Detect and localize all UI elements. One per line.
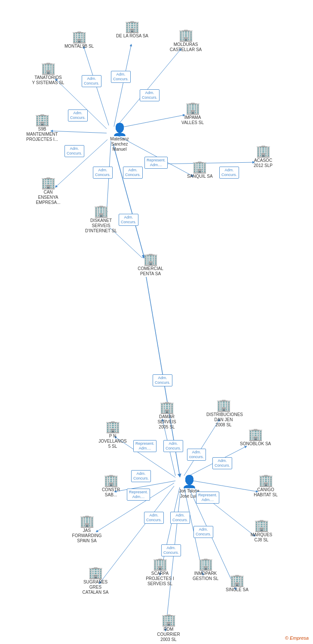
badge-adm-concurs-11[interactable]: Adm.Concurs.	[153, 374, 172, 386]
node-label: ACASOC2012 SLP	[246, 158, 280, 168]
badge-label[interactable]: Adm.Concurs.	[140, 89, 160, 101]
node-label: RDMCOURRIER2003 SL	[151, 627, 186, 642]
building-icon: 🏢	[178, 29, 193, 41]
node-label: SUGRAÑESGRESCATALAN SA	[78, 580, 113, 595]
node-diskanet: 🏢 DISKANETSERVEISD'INTERNET SL	[84, 205, 118, 234]
node-single: 🏢 SINGLE SA	[226, 574, 249, 592]
badge-represent-adm-3[interactable]: Represent.Adm....	[127, 489, 150, 501]
node-can-ensenya: 🏢 CANENSENYAEMPRESA...	[31, 177, 65, 205]
node-acasoc: 🏢 ACASOC2012 SLP	[246, 145, 280, 168]
node-label: DAMARSERVEIS2005 SL	[150, 414, 184, 430]
badge-label[interactable]: Adm.Concurs.	[193, 526, 213, 538]
building-icon: 🏢	[88, 567, 103, 579]
badge-adm-concurs-4[interactable]: Adm.Concurs.	[68, 109, 88, 122]
badge-represent-adm-1[interactable]: Represent.Adm....	[144, 157, 168, 169]
svg-line-2	[118, 49, 181, 125]
node-de-la-rosa: 🏢 DE LA ROSA SA	[116, 21, 148, 39]
node-constr-sab: 🏢 CONSTRSAB...	[94, 474, 128, 498]
building-icon: 🏢	[198, 558, 213, 570]
building-icon: 🏢	[41, 177, 56, 189]
badge-adm-concurs-9[interactable]: Adm.Concurs.	[219, 167, 239, 179]
node-label: COMERCIALPENTA SA	[133, 266, 168, 276]
node-matesanz: 👤 MatesanzSanchezManuel	[102, 124, 137, 152]
badge-adm-concurs-5[interactable]: Adm.Concurs.	[64, 145, 84, 157]
badge-label[interactable]: Represent.Adm....	[144, 157, 168, 169]
badge-adm-concurs-2[interactable]: Adm.Concurs.	[111, 71, 131, 83]
badge-adm-concurs-20[interactable]: Adm.Concurs.	[170, 512, 190, 524]
badge-label[interactable]: Adm.Concurs.	[131, 470, 151, 482]
node-label: MatesanzSanchezManuel	[102, 137, 137, 152]
badge-label[interactable]: Adm.Concurs.	[219, 167, 239, 179]
badge-adm-concurs-6[interactable]: Adm.Concurs.	[93, 167, 113, 179]
badge-label[interactable]: Adm.Concurs.	[64, 145, 84, 157]
node-s9b: 🏢 S9BMANTENIMENTPROJECTES I...	[25, 114, 59, 142]
badge-label[interactable]: Adm.Concurs.	[161, 544, 181, 556]
building-icon: 🏢	[248, 428, 263, 440]
node-sugranes: 🏢 SUGRAÑESGRESCATALAN SA	[78, 567, 113, 595]
building-icon: 🏢	[254, 519, 269, 532]
node-comercial-penta: 🏢 COMERCIALPENTA SA	[133, 253, 168, 276]
node-label: SINGLE SA	[226, 587, 249, 592]
node-label: S9BMANTENIMENTPROJECTES I...	[25, 127, 59, 142]
badge-label[interactable]: Adm.Concurs.	[68, 109, 88, 122]
node-label: CONSTRSAB...	[94, 487, 128, 498]
node-label: SONOBLOK SA	[240, 441, 271, 447]
badge-adm-concurs-22[interactable]: Adm.Concurs.	[161, 544, 181, 556]
node-label: SCARPAPROJECTES ISERVEIS SL	[143, 571, 177, 586]
badge-adm-concurs-13[interactable]: Adm.Concurs.	[163, 440, 183, 452]
node-marques: 🏢 MARQUESCJ8 SL	[244, 519, 279, 543]
badge-adm-concurs-16[interactable]: Adm.Concurs.	[131, 470, 151, 482]
node-pn-jovellanos: 🏢 P NJOVELLANOS5 SL	[95, 421, 130, 449]
node-label: SANQUIL SA	[187, 174, 213, 179]
node-canigo: 🏢 CANIGOHABITAT SL	[249, 474, 283, 498]
building-icon-orange: 🏢	[143, 253, 158, 265]
badge-represent-adm-4[interactable]: Represent.Adm....	[196, 492, 219, 504]
node-label: CANENSENYAEMPRESA...	[31, 190, 65, 205]
person-icon: 👤	[182, 476, 197, 488]
badge-label[interactable]: Adm.Concurs.	[144, 512, 164, 524]
badge-label[interactable]: Represent.Adm....	[196, 492, 219, 504]
node-molduras: 🏢 MOLDURASCASTELLAR SA	[169, 29, 203, 52]
node-label: DISTRIBUCIONESDAN JEN2008 SL	[206, 412, 241, 428]
building-icon: 🏢	[192, 161, 207, 173]
building-icon: 🏢	[72, 31, 87, 43]
badge-label[interactable]: Adm.Concurs.	[212, 457, 232, 469]
badge-label[interactable]: Adm.Concurs.	[153, 374, 172, 386]
badge-adm-concurs-10[interactable]: Adm.Concurs.	[119, 214, 138, 226]
node-label: DE LA ROSA SA	[116, 33, 148, 39]
badge-label[interactable]: Adm.Concurs.	[111, 71, 131, 83]
building-icon: 🏢	[35, 114, 50, 126]
building-icon: 🏢	[105, 421, 120, 433]
badge-label[interactable]: Adm.Concurs.	[93, 167, 113, 179]
building-icon: 🏢	[80, 515, 95, 527]
node-label: INMOPARKGESTION SL	[188, 571, 223, 581]
badge-adm-concurs-7[interactable]: Adm.Concurs.	[123, 167, 143, 179]
building-icon: 🏢	[230, 574, 245, 586]
badge-adm-concurs-3[interactable]: Adm.Concurs.	[140, 89, 160, 101]
badge-label[interactable]: Adm.Concurs.	[119, 214, 138, 226]
node-jas: 🏢 JASFORWARDINGSPAIN SA	[70, 515, 104, 544]
badge-represent-adm-2[interactable]: Represent.Adm....	[133, 440, 156, 452]
badge-adm-concurs-1[interactable]: Adm.Concurs.	[82, 75, 101, 87]
badge-label[interactable]: Adm.Concurs.	[170, 512, 190, 524]
badge-label[interactable]: Represent.Adm....	[133, 440, 156, 452]
node-label: TANATORIOSY SISTEMAS SL	[31, 75, 65, 85]
badge-label[interactable]: Adm.concurs.	[187, 449, 206, 461]
badge-label[interactable]: Adm.Concurs.	[82, 75, 101, 87]
badge-adm-concurs-14[interactable]: Adm.concurs.	[187, 449, 206, 461]
building-icon: 🏢	[216, 399, 231, 411]
badge-label[interactable]: Represent.Adm....	[127, 489, 150, 501]
svg-line-4	[52, 131, 107, 133]
node-distribuciones: 🏢 DISTRIBUCIONESDAN JEN2008 SL	[206, 399, 241, 428]
copyright: © Empresa	[285, 635, 309, 641]
badge-label[interactable]: Adm.Concurs.	[163, 440, 183, 452]
node-label: MOLDURASCASTELLAR SA	[169, 42, 203, 52]
badge-adm-concurs-19[interactable]: Adm.Concurs.	[144, 512, 164, 524]
building-icon: 🏢	[258, 474, 273, 486]
badge-adm-concurs-21[interactable]: Adm.Concurs.	[193, 526, 213, 538]
badge-label[interactable]: Adm.Concurs.	[123, 167, 143, 179]
node-sonoblok: 🏢 SONOBLOK SA	[240, 428, 271, 447]
building-icon: 🏢	[41, 62, 56, 74]
building-icon: 🏢	[185, 102, 200, 114]
badge-adm-concurs-15[interactable]: Adm.Concurs.	[212, 457, 232, 469]
